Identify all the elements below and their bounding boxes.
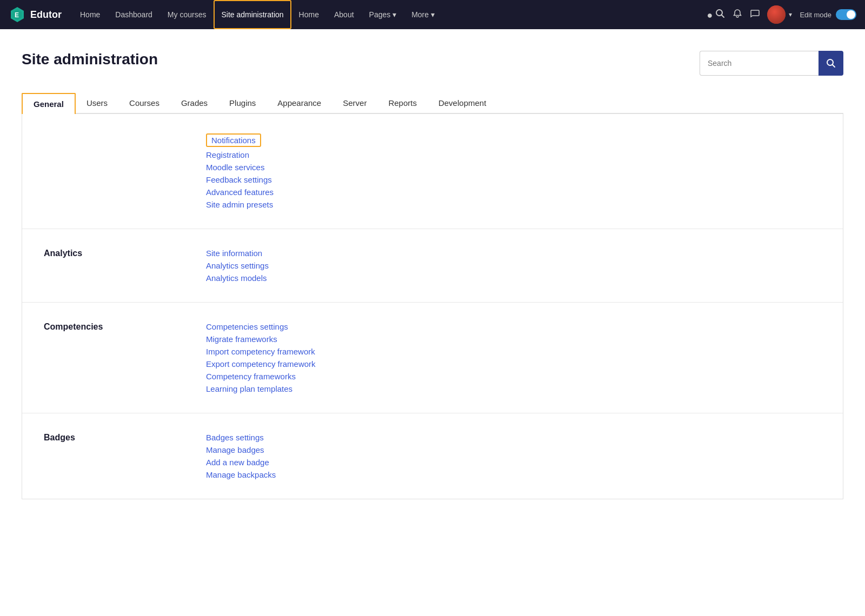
navbar: E Edutor Home Dashboard My courses Site … [0, 0, 865, 29]
svg-line-6 [833, 65, 835, 68]
link-analytics-models[interactable]: Analytics models [206, 273, 267, 283]
search-wrap [700, 51, 843, 76]
nav-link-home[interactable]: Home [72, 0, 108, 29]
avatar [767, 5, 786, 24]
section-label-analytics: Analytics [44, 249, 82, 258]
nav-link-site-administration[interactable]: Site administration [214, 0, 291, 29]
link-badges-settings[interactable]: Badges settings [206, 433, 264, 442]
tab-general[interactable]: General [22, 93, 76, 114]
section-badges: Badges Badges settings Manage badges Add… [22, 413, 843, 499]
nav-right: ● ▾ Edit mode [707, 5, 856, 24]
tab-users[interactable]: Users [76, 93, 118, 113]
bell-icon[interactable] [733, 9, 742, 21]
nav-link-home2[interactable]: Home [291, 0, 327, 29]
nav-link-dashboard[interactable]: Dashboard [108, 0, 160, 29]
svg-line-4 [722, 15, 724, 17]
section-label-badges: Badges [44, 433, 75, 442]
link-migrate-frameworks[interactable]: Migrate frameworks [206, 334, 277, 344]
link-analytics-settings[interactable]: Analytics settings [206, 261, 269, 270]
nav-link-about[interactable]: About [327, 0, 362, 29]
tab-grades[interactable]: Grades [170, 93, 218, 113]
link-import-competency-framework[interactable]: Import competency framework [206, 347, 315, 356]
tab-reports[interactable]: Reports [377, 93, 428, 113]
avatar-chevron-icon: ▾ [789, 11, 792, 18]
user-avatar-wrap[interactable]: ▾ [767, 5, 792, 24]
link-export-competency-framework[interactable]: Export competency framework [206, 359, 316, 369]
main-content: Site administration General Users Course… [0, 29, 865, 616]
section-links-col-analytics: Site information Analytics settings Anal… [206, 249, 821, 283]
tab-plugins[interactable]: Plugins [218, 93, 267, 113]
section-label-col-competencies: Competencies [44, 322, 206, 332]
link-learning-plan-templates[interactable]: Learning plan templates [206, 384, 292, 393]
section-label-col-analytics: Analytics [44, 249, 206, 258]
link-competencies-settings[interactable]: Competencies settings [206, 322, 288, 331]
link-notifications[interactable]: Notifications [206, 133, 261, 147]
page-header: Site administration [22, 51, 843, 76]
section-links-col-general-top: Notifications Registration Moodle servic… [206, 133, 821, 209]
link-registration[interactable]: Registration [206, 150, 249, 159]
tab-courses[interactable]: Courses [118, 93, 170, 113]
svg-text:E: E [15, 11, 19, 19]
nav-link-my-courses[interactable]: My courses [160, 0, 214, 29]
brand-icon: E [9, 6, 26, 23]
link-site-information[interactable]: Site information [206, 249, 262, 258]
section-competencies: Competencies Competencies settings Migra… [22, 303, 843, 413]
nav-links: Home Dashboard My courses Site administr… [72, 0, 707, 29]
link-manage-backpacks[interactable]: Manage backpacks [206, 470, 276, 479]
section-analytics: Analytics Site information Analytics set… [22, 229, 843, 303]
link-manage-badges[interactable]: Manage badges [206, 445, 264, 454]
content-area: Notifications Registration Moodle servic… [22, 114, 843, 499]
chat-icon[interactable] [750, 9, 760, 21]
search-button[interactable] [819, 51, 843, 76]
search-input[interactable] [700, 51, 819, 76]
edit-mode-toggle[interactable] [836, 9, 856, 20]
tab-appearance[interactable]: Appearance [267, 93, 332, 113]
tab-server[interactable]: Server [332, 93, 377, 113]
search-btn-icon [826, 58, 836, 68]
nav-link-pages[interactable]: Pages ▾ [362, 0, 404, 29]
section-label-col-badges: Badges [44, 433, 206, 443]
link-competency-frameworks[interactable]: Competency frameworks [206, 372, 296, 381]
link-feedback-settings[interactable]: Feedback settings [206, 175, 272, 184]
tab-development[interactable]: Development [428, 93, 497, 113]
link-advanced-features[interactable]: Advanced features [206, 188, 274, 197]
link-moodle-services[interactable]: Moodle services [206, 163, 264, 172]
toggle-thumb [847, 10, 855, 19]
link-add-a-new-badge[interactable]: Add a new badge [206, 458, 269, 467]
page-title: Site administration [22, 51, 158, 68]
edit-mode-wrap: Edit mode [800, 9, 856, 20]
brand-name: Edutor [30, 9, 62, 21]
link-site-admin-presets[interactable]: Site admin presets [206, 200, 273, 209]
search-icon[interactable]: ● [707, 9, 726, 21]
edit-mode-label: Edit mode [800, 11, 831, 19]
section-general-top: Notifications Registration Moodle servic… [22, 114, 843, 229]
tabs-wrap: General Users Courses Grades Plugins App… [22, 93, 843, 114]
nav-link-more[interactable]: More ▾ [404, 0, 442, 29]
section-links-col-competencies: Competencies settings Migrate frameworks… [206, 322, 821, 393]
section-links-col-badges: Badges settings Manage badges Add a new … [206, 433, 821, 479]
section-label-competencies: Competencies [44, 322, 103, 331]
brand-logo[interactable]: E Edutor [9, 6, 62, 23]
